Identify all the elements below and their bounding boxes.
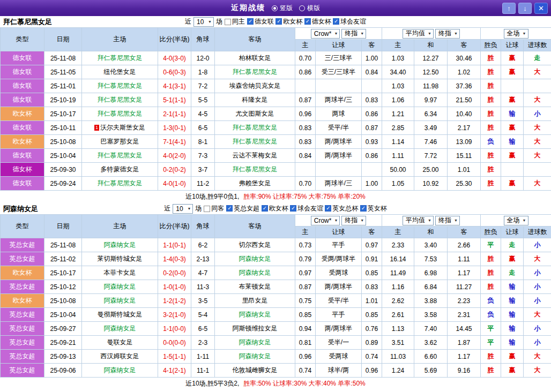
score: 1-1(0-1) <box>158 238 191 252</box>
col-result: 胜负 <box>481 227 501 238</box>
home-team: 巴塞罗那女足 <box>82 135 158 149</box>
asia-handicap: 球半/两 <box>316 364 362 378</box>
checkbox-icon[interactable] <box>333 18 339 25</box>
home-team: 多特蒙德女足 <box>82 163 158 177</box>
select-value: 平均值 <box>406 216 425 225</box>
asia-away-odds <box>362 79 382 93</box>
asia-home-odds <box>295 163 316 177</box>
corner-score: 3-5 <box>191 294 215 308</box>
competition-checkbox[interactable]: 英总女超 <box>226 204 259 213</box>
checkbox-icon[interactable] <box>290 205 296 212</box>
asia-home-odds: 0.74 <box>295 364 316 378</box>
away-team: 阿森纳女足 <box>215 266 295 280</box>
match-row: 德女联 25-10-04 拜仁慕尼黑女足 4-0(2-0) 7-3 云达不莱梅女… <box>1 149 551 163</box>
home-team: 拜仁慕尼黑女足 <box>82 93 158 107</box>
score: 1-0(1-0) <box>158 280 191 294</box>
asia-handicap: 受两球 <box>316 350 362 364</box>
checkbox-icon[interactable] <box>247 18 254 25</box>
bookmaker-select[interactable]: Crow*▼ <box>311 216 340 225</box>
checkbox-icon[interactable] <box>304 18 311 25</box>
radio-unselected-icon[interactable] <box>299 5 305 11</box>
select-value: Crow* <box>314 30 332 37</box>
match-count-select[interactable]: 10▼ <box>193 17 214 27</box>
away-team: 里昂女足 <box>215 294 295 308</box>
asia-away-odds: 0.74 <box>362 350 382 364</box>
scope-select[interactable]: 全场▼ <box>504 29 528 39</box>
euro-away-odds: 30.46 <box>448 51 481 65</box>
euro-home-odds: 11.03 <box>382 350 414 364</box>
average-stage-select[interactable]: 终指▼ <box>435 29 460 39</box>
home-team: 纽伦堡女足 <box>82 65 158 79</box>
competition-checkbox[interactable]: 德女杯 <box>304 17 331 26</box>
euro-away-odds: 2.31 <box>448 308 481 322</box>
match-date: 25-10-17 <box>44 266 82 280</box>
same-side-checkbox[interactable]: 同主 <box>225 17 245 26</box>
checkbox-icon[interactable] <box>360 205 367 212</box>
col-away: 客场 <box>215 28 295 51</box>
checkbox-icon[interactable] <box>204 206 210 212</box>
competition-checkbox[interactable]: 欧女杯 <box>276 17 302 26</box>
score: 4-1(2-1) <box>158 364 191 378</box>
same-side-checkbox[interactable]: 同客 <box>204 204 224 213</box>
league-badge: 英总女超 <box>1 252 44 266</box>
euro-away-odds: 9.16 <box>448 364 481 378</box>
handicap-outcome: 赢 <box>501 121 524 135</box>
scroll-up-button[interactable]: ↑ <box>502 3 516 14</box>
radio-selected-icon[interactable] <box>272 5 278 11</box>
euro-draw-odds: 10.92 <box>414 177 448 191</box>
euro-home-odds: 1.03 <box>382 79 414 93</box>
score: 4-1(3-1) <box>158 79 191 93</box>
checkbox-label: 欧女杯 <box>283 17 302 26</box>
bookmaker-select[interactable]: Crow*▼ <box>311 29 340 39</box>
match-row: 欧女杯 25-10-17 本菲卡女足 0-2(0-0) 4-7 阿森纳女足 0.… <box>1 266 551 280</box>
scroll-down-button[interactable]: ↓ <box>518 3 532 14</box>
competition-checkbox[interactable]: 球会友谊 <box>290 204 323 213</box>
home-team: 拜仁慕尼黑女足 <box>82 107 158 121</box>
checkbox-icon[interactable] <box>226 205 233 212</box>
checkbox-icon[interactable] <box>262 205 268 212</box>
corner-score: 7-3 <box>191 149 215 163</box>
average-stage-select[interactable]: 终指▼ <box>435 216 460 225</box>
bookmaker-stage-select[interactable]: 终指▼ <box>341 29 366 39</box>
euro-draw-odds: 12.50 <box>414 65 448 79</box>
goals-outcome: 大 <box>524 121 551 135</box>
average-select[interactable]: 平均值▼ <box>403 216 434 225</box>
euro-draw-odds: 3.58 <box>414 308 448 322</box>
checkbox-icon[interactable] <box>276 18 282 25</box>
score: 7-1(4-1) <box>158 135 191 149</box>
euro-away-odds: 1.11 <box>448 252 481 266</box>
close-button[interactable]: ✕ <box>534 3 548 14</box>
goals-outcome: 小 <box>524 107 551 121</box>
view-option-horizontal[interactable]: 横版 <box>299 4 320 13</box>
corner-score: 1-8 <box>191 65 215 79</box>
competition-checkbox[interactable]: 球会友谊 <box>333 17 366 26</box>
bookmaker-stage-select[interactable]: 终指▼ <box>341 216 366 225</box>
euro-draw-odds: 5.69 <box>414 364 448 378</box>
goals-outcome: 大 <box>524 177 551 191</box>
checkbox-icon[interactable] <box>225 19 231 25</box>
match-row: 英总女超 25-10-12 阿森纳女足 1-0(1-0) 11-3 布莱顿女足 … <box>1 280 551 294</box>
league-badge: 德女联 <box>1 177 44 191</box>
col-asia-handicap: 让球 <box>316 227 362 238</box>
home-team: 1沃尔夫斯堡女足 <box>82 121 158 135</box>
corner-score: 11-1 <box>191 364 215 378</box>
average-select[interactable]: 平均值▼ <box>403 29 434 39</box>
asia-home-odds: 0.81 <box>295 336 316 350</box>
asia-away-odds: 0.76 <box>362 322 382 336</box>
scope-select[interactable]: 全场▼ <box>504 216 528 225</box>
checkbox-icon[interactable] <box>325 205 331 212</box>
page-title: 近期战绩 <box>231 3 265 13</box>
asia-away-odds: 0.86 <box>362 149 382 163</box>
competition-checkbox[interactable]: 英女杯 <box>360 204 387 213</box>
view-option-vertical[interactable]: 竖版 <box>272 4 293 13</box>
match-count-select[interactable]: 10▼ <box>173 204 193 214</box>
goals-outcome: 大 <box>524 364 551 378</box>
euro-home-odds: 11.49 <box>382 266 414 280</box>
result-outcome: 胜 <box>481 280 501 294</box>
checkbox-label: 欧女杯 <box>269 204 288 213</box>
competition-checkbox[interactable]: 英女总杯 <box>325 204 358 213</box>
competition-checkbox[interactable]: 德女联 <box>247 17 274 26</box>
handicap-outcome: 输 <box>501 336 524 350</box>
league-badge: 欧女杯 <box>1 266 44 280</box>
competition-checkbox[interactable]: 欧女杯 <box>262 204 288 213</box>
